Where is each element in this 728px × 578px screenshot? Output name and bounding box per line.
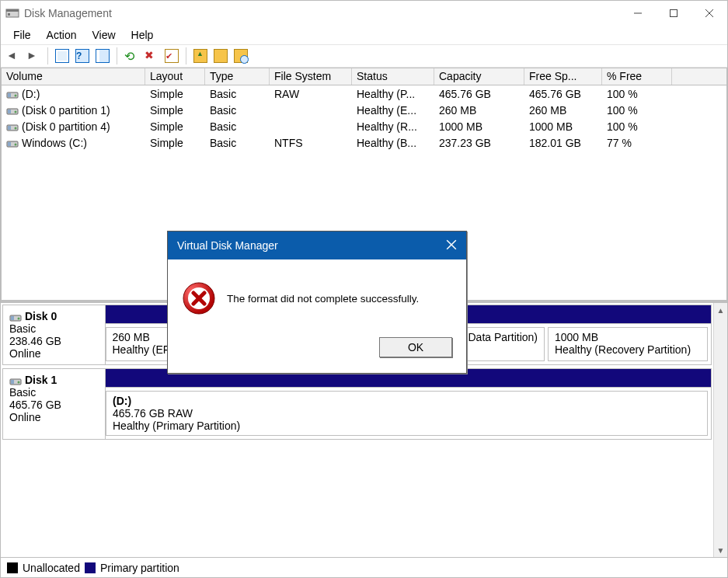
- menu-action[interactable]: Action: [39, 27, 85, 43]
- refresh-icon: [124, 49, 138, 63]
- cell-volume: (Disk 0 partition 4): [22, 120, 110, 133]
- disk-state: Online: [9, 347, 99, 360]
- cell-pctfree: 100 %: [602, 104, 672, 117]
- disk-management-window: Disk Management File Action View Help: [0, 0, 728, 578]
- show-graphical-button[interactable]: [93, 47, 112, 65]
- nav-back-button[interactable]: [4, 47, 23, 65]
- error-icon: [182, 281, 216, 315]
- dialog-close-button[interactable]: [446, 239, 457, 252]
- swatch-primary: [85, 562, 96, 573]
- svg-rect-4: [671, 10, 677, 17]
- disk-info[interactable]: Disk 0Basic238.46 GBOnline: [3, 305, 106, 364]
- partition-size: 465.76 GB RAW: [113, 407, 701, 420]
- cell-volume: (Disk 0 partition 1): [22, 104, 110, 117]
- cell-status: Healthy (P...: [352, 88, 434, 100]
- create-vhd-button[interactable]: [211, 47, 230, 65]
- col-layout[interactable]: Layout: [145, 68, 205, 85]
- help-button[interactable]: [73, 47, 92, 65]
- volume-list-body: (D:)SimpleBasicRAWHealthy (P...465.76 GB…: [2, 85, 726, 151]
- cell-layout: Simple: [145, 137, 205, 149]
- dialog-message: The format did not complete successfully…: [227, 293, 419, 305]
- svg-rect-1: [6, 9, 19, 12]
- menu-view[interactable]: View: [84, 27, 123, 43]
- svg-point-18: [15, 143, 17, 145]
- svg-rect-23: [11, 380, 14, 384]
- table-row[interactable]: (D:)SimpleBasicRAWHealthy (P...465.76 GB…: [2, 85, 726, 102]
- col-type[interactable]: Type: [205, 68, 270, 85]
- col-filesystem[interactable]: File System: [270, 68, 352, 85]
- col-freespace[interactable]: Free Sp...: [524, 68, 602, 85]
- scroll-up-icon: ▲: [714, 303, 727, 317]
- cell-volume: Windows (C:): [22, 137, 87, 149]
- svg-point-12: [15, 110, 17, 113]
- arrow-right-icon: [26, 49, 40, 63]
- maximize-button[interactable]: [656, 1, 691, 26]
- svg-rect-11: [8, 110, 11, 113]
- col-status[interactable]: Status: [352, 68, 434, 85]
- menubar: File Action View Help: [1, 26, 727, 44]
- minimize-button[interactable]: [620, 1, 656, 26]
- disk-info[interactable]: Disk 1Basic465.76 GBOnline: [3, 369, 106, 439]
- cell-capacity: 465.76 GB: [434, 88, 524, 100]
- svg-point-9: [15, 94, 17, 96]
- disk-name: Disk 0: [25, 310, 57, 322]
- close-button[interactable]: [691, 1, 727, 26]
- cell-capacity: 1000 MB: [434, 120, 524, 133]
- drive-icon: [6, 123, 19, 132]
- cell-layout: Simple: [145, 88, 205, 100]
- cell-filesystem: RAW: [270, 88, 352, 100]
- cell-capacity: 260 MB: [434, 104, 524, 117]
- cell-type: Basic: [205, 88, 270, 100]
- col-capacity[interactable]: Capacity: [434, 68, 524, 85]
- help-icon: [75, 49, 89, 63]
- dialog-ok-button[interactable]: OK: [379, 337, 452, 357]
- svg-rect-17: [8, 142, 11, 146]
- cell-pctfree: 100 %: [602, 120, 672, 133]
- folder-up-icon: [193, 49, 207, 63]
- list-icon: [55, 49, 69, 63]
- disk-icon: [9, 376, 22, 385]
- partition-box[interactable]: 1000 MBHealthy (Recovery Partition): [548, 327, 708, 361]
- disk-row: Disk 1Basic465.76 GBOnline(D:)465.76 GB …: [2, 368, 712, 440]
- svg-rect-14: [8, 126, 11, 130]
- svg-rect-2: [8, 13, 10, 16]
- vertical-scrollbar[interactable]: ▲ ▼: [713, 303, 727, 557]
- cell-pctfree: 100 %: [602, 88, 672, 100]
- cell-freespace: 465.76 GB: [524, 88, 602, 100]
- partition-box[interactable]: (D:)465.76 GB RAWHealthy (Primary Partit…: [106, 391, 708, 436]
- cell-layout: Simple: [145, 104, 205, 117]
- cell-volume: (D:): [22, 88, 40, 100]
- table-row[interactable]: Windows (C:)SimpleBasicNTFSHealthy (B...…: [2, 134, 726, 151]
- svg-point-15: [15, 127, 17, 129]
- svg-point-21: [18, 318, 20, 320]
- legend-primary: Primary partition: [100, 562, 179, 574]
- legend: Unallocated Primary partition: [1, 557, 727, 577]
- disk-size: 238.46 GB: [9, 335, 99, 347]
- table-row[interactable]: (Disk 0 partition 4)SimpleBasicHealthy (…: [2, 118, 726, 134]
- scroll-down-icon: ▼: [714, 543, 727, 557]
- window-controls: [620, 1, 727, 26]
- menu-help[interactable]: Help: [124, 27, 162, 43]
- app-icon: [5, 7, 19, 19]
- partition-title: (D:): [113, 395, 701, 407]
- properties-button[interactable]: [162, 47, 181, 65]
- menu-file[interactable]: File: [5, 27, 39, 43]
- col-pctfree[interactable]: % Free: [602, 68, 672, 85]
- nav-forward-button[interactable]: [24, 47, 43, 65]
- col-volume[interactable]: Volume: [2, 68, 145, 85]
- volume-list-header: Volume Layout Type File System Status Ca…: [2, 68, 726, 85]
- partition-status: Healthy (Recovery Partition): [555, 343, 701, 356]
- delete-icon: [145, 49, 158, 63]
- refresh-button[interactable]: [122, 47, 141, 65]
- error-dialog: Virtual Disk Manager The format did not …: [167, 231, 467, 374]
- detach-vhd-button[interactable]: [232, 47, 250, 65]
- drive-icon: [6, 139, 19, 148]
- attach-vhd-button[interactable]: [191, 47, 210, 65]
- delete-button[interactable]: [142, 47, 161, 65]
- cell-freespace: 1000 MB: [524, 120, 602, 133]
- cell-freespace: 260 MB: [524, 104, 602, 117]
- show-list-button[interactable]: [53, 47, 71, 65]
- svg-point-24: [18, 381, 20, 384]
- table-row[interactable]: (Disk 0 partition 1)SimpleBasicHealthy (…: [2, 102, 726, 118]
- close-icon: [446, 239, 457, 250]
